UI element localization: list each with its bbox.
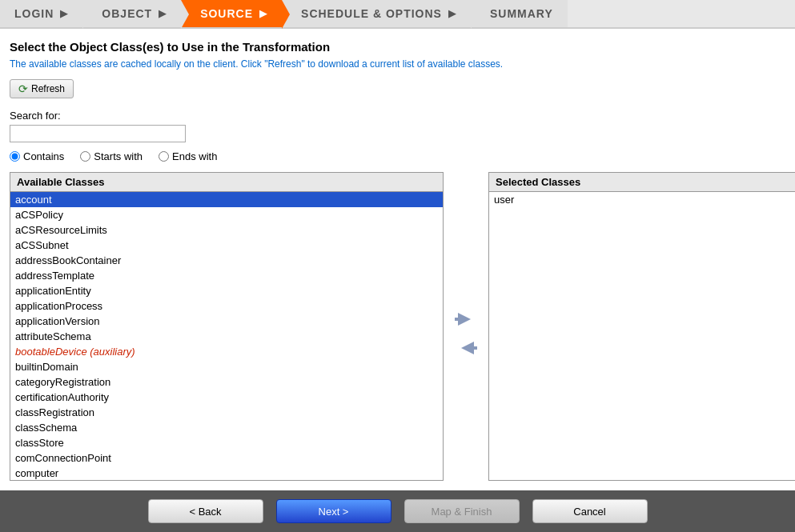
- available-classes-container: Available Classes accountaCSPolicyaCSRes…: [10, 172, 444, 481]
- nav-object-arrow: ▶: [159, 8, 167, 19]
- nav-schedule[interactable]: SCHEDULE & OPTIONS ▶: [282, 0, 471, 27]
- selected-class-item[interactable]: user: [489, 192, 795, 207]
- cancel-button[interactable]: Cancel: [532, 499, 648, 523]
- radio-ends-with-label: Ends with: [172, 150, 217, 162]
- selected-classes-list[interactable]: user: [489, 192, 795, 480]
- svg-rect-1: [455, 318, 466, 321]
- back-button[interactable]: < Back: [148, 499, 263, 523]
- available-class-item[interactable]: categoryRegistration: [10, 374, 443, 390]
- nav-source-arrow: ▶: [259, 8, 267, 19]
- search-section: Search for:: [10, 110, 785, 142]
- nav-summary-label: SUMMARY: [490, 7, 553, 20]
- radio-group: Contains Starts with Ends with: [10, 150, 785, 162]
- lists-area: Available Classes accountaCSPolicyaCSRes…: [10, 172, 785, 481]
- available-class-item[interactable]: aCSSubnet: [10, 238, 443, 253]
- available-class-item[interactable]: applicationEntity: [10, 283, 443, 298]
- refresh-button[interactable]: ⟳ Refresh: [10, 79, 74, 98]
- radio-contains-label: Contains: [23, 150, 64, 162]
- bottom-bar: < Back Next > Map & Finish Cancel: [0, 490, 795, 532]
- nav-object[interactable]: OBJECT ▶: [82, 0, 181, 27]
- main-content: Select the Object Class(es) to Use in th…: [0, 29, 795, 490]
- radio-ends-with-input[interactable]: [159, 151, 169, 162]
- available-class-item[interactable]: computer: [10, 466, 443, 480]
- selected-classes-header: Selected Classes: [489, 173, 795, 192]
- nav-login[interactable]: LOGIN ▶: [0, 0, 82, 27]
- available-class-item[interactable]: addressTemplate: [10, 268, 443, 283]
- transfer-buttons: [444, 190, 488, 478]
- radio-ends-with[interactable]: Ends with: [159, 150, 217, 162]
- available-class-item[interactable]: classStore: [10, 435, 443, 450]
- available-class-item[interactable]: applicationVersion: [10, 314, 443, 329]
- radio-starts-with[interactable]: Starts with: [80, 150, 143, 162]
- remove-button[interactable]: [453, 337, 479, 359]
- nav-source-label: SOURCE: [200, 7, 253, 20]
- selected-classes-container: Selected Classes user: [488, 172, 795, 481]
- add-arrow-icon: [455, 310, 477, 329]
- available-class-item[interactable]: comConnectionPoint: [10, 450, 443, 466]
- search-label: Search for:: [10, 110, 785, 122]
- available-class-item[interactable]: aCSPolicy: [10, 207, 443, 222]
- next-button[interactable]: Next >: [276, 499, 391, 523]
- available-class-item[interactable]: classSchema: [10, 420, 443, 435]
- available-class-item[interactable]: bootableDevice (auxiliary): [10, 344, 443, 359]
- available-class-item[interactable]: classRegistration: [10, 405, 443, 420]
- available-classes-list[interactable]: accountaCSPolicyaCSResourceLimitsaCSSubn…: [10, 192, 443, 480]
- available-class-item[interactable]: certificationAuthority: [10, 390, 443, 405]
- svg-rect-3: [466, 346, 477, 350]
- available-classes-header: Available Classes: [10, 173, 443, 192]
- available-class-item[interactable]: addressBookContainer: [10, 253, 443, 268]
- remove-arrow-icon: [455, 338, 477, 358]
- nav-schedule-label: SCHEDULE & OPTIONS: [301, 7, 442, 20]
- radio-starts-with-label: Starts with: [94, 150, 143, 162]
- available-class-item[interactable]: builtinDomain: [10, 359, 443, 374]
- nav-login-label: LOGIN: [14, 7, 54, 20]
- page-title: Select the Object Class(es) to Use in th…: [10, 40, 785, 54]
- available-class-item[interactable]: attributeSchema: [10, 329, 443, 344]
- refresh-label: Refresh: [31, 83, 65, 94]
- nav-summary[interactable]: SUMMARY: [471, 0, 568, 27]
- available-class-item[interactable]: aCSResourceLimits: [10, 222, 443, 238]
- available-class-item[interactable]: applicationProcess: [10, 298, 443, 314]
- add-button[interactable]: [453, 308, 479, 330]
- nav-source[interactable]: SOURCE ▶: [181, 0, 282, 27]
- map-finish-button: Map & Finish: [404, 499, 520, 523]
- subtitle: The available classes are cached locally…: [10, 58, 785, 70]
- available-class-item[interactable]: account: [10, 192, 443, 207]
- radio-contains-input[interactable]: [10, 151, 20, 162]
- refresh-icon: ⟳: [18, 82, 28, 95]
- nav-object-label: OBJECT: [102, 7, 152, 20]
- top-nav: LOGIN ▶ OBJECT ▶ SOURCE ▶ SCHEDULE & OPT…: [0, 0, 795, 29]
- nav-login-arrow: ▶: [60, 8, 68, 19]
- radio-starts-with-input[interactable]: [80, 151, 90, 162]
- search-input[interactable]: [10, 125, 186, 142]
- nav-schedule-arrow: ▶: [448, 8, 456, 19]
- radio-contains[interactable]: Contains: [10, 150, 64, 162]
